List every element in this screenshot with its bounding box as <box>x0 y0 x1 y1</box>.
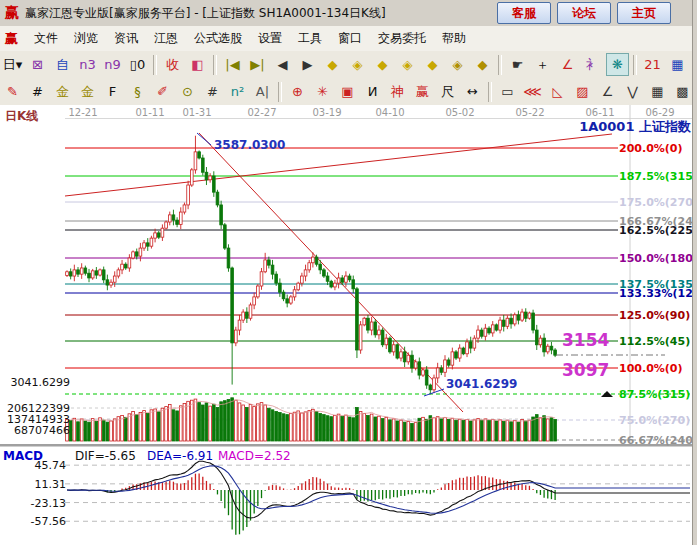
step-forward-icon[interactable]: ▶ <box>296 53 319 76</box>
pane-separator <box>0 444 692 447</box>
angle-tool-icon[interactable]: ∠ <box>556 53 579 76</box>
favorite-tool-icon[interactable]: 收 <box>161 53 184 76</box>
f-grid-tool-icon[interactable]: F <box>101 80 124 103</box>
date-tick-8: 06-11 <box>578 107 622 118</box>
grid-b-tool-icon[interactable]: ▩ <box>671 80 694 103</box>
menu-item-7[interactable]: 窗口 <box>330 27 370 50</box>
text-tool-icon[interactable]: A| <box>251 80 274 103</box>
menu-item-0[interactable]: 文件 <box>26 27 66 50</box>
gann-diamond-3-icon[interactable]: ◆ <box>371 53 394 76</box>
calculator-tool-icon[interactable]: ▦ <box>666 53 689 76</box>
v-lines-tool-icon[interactable]: ⋁ <box>621 80 644 103</box>
bars-3-icon[interactable]: n3 <box>76 53 99 76</box>
gann-level-label-5: 150.0%(180) <box>619 252 697 265</box>
gann-grid-red-tool-icon[interactable]: ▨ <box>571 80 594 103</box>
gann-diamond-2-icon[interactable]: ◈ <box>346 53 369 76</box>
menu-item-4[interactable]: 公式选股 <box>186 27 250 50</box>
macd-dea-value: DEA=-6.91 <box>147 449 213 463</box>
circle-cross-tool-icon[interactable]: ⊕ <box>286 80 309 103</box>
menu-item-9[interactable]: 帮助 <box>434 27 474 50</box>
gann-wheel-tool-icon[interactable]: 衤 <box>581 53 604 76</box>
square-tool-icon[interactable]: ▣ <box>336 80 359 103</box>
step-first-icon[interactable]: |◀ <box>221 53 244 76</box>
volume-axis-label-2: 68707466 <box>0 424 70 437</box>
toolbar-separator <box>278 82 282 102</box>
gold-grid-1-icon[interactable]: 金 <box>51 80 74 103</box>
menu-item-8[interactable]: 交易委托 <box>370 27 434 50</box>
star-tool-icon[interactable]: ✳ <box>311 80 334 103</box>
annotation-high-price: 3587.0300 <box>214 138 285 152</box>
homepage-button[interactable]: 主页 <box>617 2 671 24</box>
macd-dea-line <box>67 466 690 513</box>
time-cycle-tool-icon[interactable]: ⊙ <box>176 80 199 103</box>
chart-canvas[interactable] <box>0 105 697 545</box>
chart-area[interactable]: 日K线 1A0001 上证指数 3587.0300 3041.6299 3154… <box>0 105 697 545</box>
step-back-icon[interactable]: ◀ <box>271 53 294 76</box>
gann-diamond-6-icon[interactable]: ◈ <box>446 53 469 76</box>
macd-dif-line <box>67 461 690 518</box>
span-tool-icon[interactable]: ↔ <box>461 80 484 103</box>
bars-9-icon[interactable]: n9 <box>101 53 124 76</box>
ruler-123-tool-icon[interactable]: 尺 <box>436 80 459 103</box>
candle-style-icon[interactable]: ▯0 <box>126 53 149 76</box>
grid-a-tool-icon[interactable]: ▦ <box>646 80 669 103</box>
crosshair-tool-icon[interactable]: ＋ <box>531 53 554 76</box>
menubar: 赢 文件浏览资讯江恩公式选股设置工具窗口交易委托帮助 <box>0 26 697 52</box>
gann-level-label-0: 200.0%(0) <box>619 142 683 155</box>
gann-diamond-1-icon[interactable]: ◆ <box>321 53 344 76</box>
hash-tool-icon[interactable]: # <box>201 80 224 103</box>
candlestick-series[interactable] <box>66 136 557 395</box>
spiral-tool-icon[interactable]: § <box>126 80 149 103</box>
gann-diamond-5-icon[interactable]: ◆ <box>421 53 444 76</box>
menu-item-1[interactable]: 浏览 <box>66 27 106 50</box>
gann-level-label-9: 112.5%(45) <box>619 335 690 348</box>
app-logo-icon: 赢 <box>5 4 19 22</box>
chart-type-icon[interactable]: ◧ <box>186 53 209 76</box>
shen-tool-icon[interactable]: 神 <box>386 80 409 103</box>
measure-pen-tool-icon[interactable]: ✐ <box>151 80 174 103</box>
grid-ruler-tool-icon[interactable]: # <box>26 80 49 103</box>
angle-lines-tool-icon[interactable]: ∠ <box>596 80 619 103</box>
forum-button[interactable]: 论坛 <box>557 2 611 24</box>
ray-fan-tool-icon[interactable]: ⋘ <box>521 80 544 103</box>
period-daily-icon[interactable]: 日▾ <box>1 53 24 76</box>
menu-item-6[interactable]: 工具 <box>290 27 330 50</box>
rect-tool-icon[interactable]: ▭ <box>496 80 519 103</box>
window-border <box>692 0 697 545</box>
menu-item-5[interactable]: 设置 <box>250 27 290 50</box>
date-tick-3: 02-27 <box>240 107 284 118</box>
toolbar-separator <box>213 55 217 75</box>
menu-item-2[interactable]: 资讯 <box>106 27 146 50</box>
customer-service-button[interactable]: 客服 <box>497 2 551 24</box>
gann-level-label-13: 66.67%(240) <box>619 434 697 447</box>
gann-level-label-1: 187.5%(315) <box>619 170 697 183</box>
toolbar-drawing: ✎#金金F§✐⊙#n²A|⊕✳▣И神赢尺↔▭⋘◺▨∠⋁▦▩⋰☰ <box>0 78 697 106</box>
date-tick-7: 05-22 <box>508 107 552 118</box>
gann-diamond-7-icon[interactable]: ◆ <box>471 53 494 76</box>
win-tool-icon[interactable]: 赢 <box>411 80 434 103</box>
toolbar-separator <box>633 55 637 75</box>
pattern-tool-icon[interactable]: ⊠ <box>26 53 49 76</box>
gann-level-label-4: 162.5%(225) <box>619 224 697 237</box>
price-axis-min-label: 3041.6299 <box>0 376 70 389</box>
calendar-tool-icon[interactable]: 21 <box>641 53 664 76</box>
hand-tool-icon[interactable]: ☛ <box>506 53 529 76</box>
gann-level-label-2: 175.0%(270) <box>619 196 697 209</box>
info-tool-icon[interactable]: 自 <box>51 53 74 76</box>
trendline-0 <box>65 134 612 196</box>
macd-hist-value: MACD=2.52 <box>218 449 291 463</box>
gann-diamond-4-icon[interactable]: ◈ <box>396 53 419 76</box>
step-last-icon[interactable]: ▶| <box>246 53 269 76</box>
square-n-tool-icon[interactable]: n² <box>226 80 249 103</box>
titlebar: 赢 赢家江恩专业版[赢家服务平台] - [上证指数 SH1A0001-134日K… <box>0 0 697 27</box>
wave-tool-icon[interactable]: И <box>361 80 384 103</box>
pencil-tool-icon[interactable]: ✎ <box>1 80 24 103</box>
pane-title: 日K线 <box>5 108 38 125</box>
ai-tool-icon[interactable]: ❋ <box>606 53 629 76</box>
gann-fan-tool-icon[interactable]: ◺ <box>546 80 569 103</box>
gold-grid-2-icon[interactable]: 金 <box>76 80 99 103</box>
macd-axis-label-1: 11.31 <box>0 478 66 491</box>
menu-item-3[interactable]: 江恩 <box>146 27 186 50</box>
date-tick-5: 04-10 <box>368 107 412 118</box>
gann-level-label-7: 133.33%(120) <box>619 287 697 300</box>
